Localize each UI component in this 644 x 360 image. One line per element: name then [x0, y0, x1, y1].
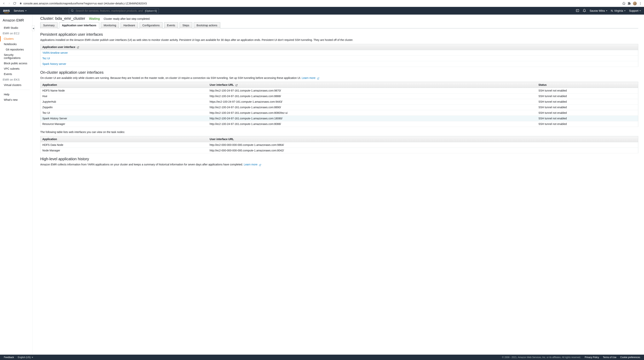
support-menu[interactable]: Support — [629, 9, 641, 12]
svg-point-1 — [640, 2, 641, 3]
service-title: Amazon EMR — [0, 19, 32, 25]
aws-logo[interactable]: aws — [3, 9, 10, 13]
sidebar-item[interactable]: What's new — [0, 97, 32, 102]
table-row: Tez UIhttp://ec2-100-24-97-161.compute-1… — [40, 110, 638, 116]
svg-marker-0 — [622, 2, 626, 5]
external-link-icon — [77, 46, 79, 48]
persistent-heading: Persistent application user interfaces — [40, 32, 638, 37]
sidebar-item[interactable]: EMR Studio — [0, 25, 32, 31]
sidebar-item[interactable]: Block public access — [0, 61, 32, 66]
svg-line-9 — [236, 84, 238, 86]
cell-app: HDFS Data Node — [40, 142, 208, 147]
account-menu[interactable]: Saurav Mitra — [590, 9, 607, 12]
sidebar-item[interactable]: Events — [0, 71, 32, 77]
notifications-icon[interactable] — [583, 9, 586, 13]
support-label: Support — [629, 9, 638, 12]
persistent-desc: Applications installed on the Amazon EMR… — [40, 38, 638, 42]
cell-app: Node Manager — [40, 147, 208, 153]
table-row: HDFS Data Nodehttp://ec2-000-000-000-000… — [40, 142, 638, 147]
table-row: YARN timeline server — [40, 50, 638, 56]
sidebar-section-label: EMR on EKS — [0, 77, 32, 82]
table-row: JupyterHubhttps://ec2-100-24-97-161.comp… — [40, 99, 638, 105]
cell-status: SSH tunnel not enabled — [536, 88, 638, 93]
history-heading: High-level application history — [40, 157, 638, 161]
browser-profile-avatar[interactable] — [633, 2, 637, 5]
cell-url: http://ec2-100-24-97-161.compute-1.amazo… — [208, 88, 536, 93]
tab[interactable]: Monitoring — [101, 22, 119, 28]
cell-app: Hue — [40, 93, 208, 99]
tab[interactable]: Hardware — [120, 22, 138, 28]
global-search-input[interactable] — [76, 9, 143, 12]
sidebar-item[interactable]: Clusters — [0, 36, 32, 42]
table-row: Zeppelinhttp://ec2-100-24-97-161.compute… — [40, 105, 638, 110]
oncluster-ui-table: Application User interface URL Status HD… — [40, 82, 638, 127]
tab-bar: SummaryApplication user interfacesMonito… — [40, 22, 638, 28]
table-row: Spark history server — [40, 61, 638, 67]
browser-url-bar[interactable]: console.aws.amazon.com/elasticmapreduce/… — [18, 1, 620, 6]
tab[interactable]: Summary — [40, 22, 58, 28]
table-row: Spark History Serverhttp://ec2-100-24-97… — [40, 116, 638, 121]
tasknodes-table: Application User interface URL HDFS Data… — [40, 136, 638, 153]
cell-status: SSH tunnel not enabled — [536, 110, 638, 116]
external-link-icon — [235, 84, 238, 86]
svg-line-8 — [318, 78, 319, 79]
tab[interactable]: Events — [164, 22, 178, 28]
cluster-header: Cluster: bda_emr_cluster Waiting Cluster… — [40, 16, 638, 22]
region-name: N. Virginia — [611, 9, 623, 12]
account-name: Saurav Mitra — [590, 9, 605, 12]
services-label: Services — [14, 9, 24, 12]
cell-status: SSH tunnel not enabled — [536, 116, 638, 121]
cell-status: SSH tunnel not enabled — [536, 99, 638, 105]
cluster-status: Waiting — [89, 17, 100, 21]
caret-down-icon — [624, 10, 626, 11]
svg-point-3 — [640, 4, 641, 5]
tab[interactable]: Bootstrap actions — [194, 22, 220, 28]
browser-back-button[interactable] — [2, 2, 6, 5]
cloudshell-icon[interactable] — [576, 9, 579, 13]
region-menu[interactable]: N. Virginia — [611, 9, 626, 12]
aws-top-nav: aws Services [Option+S] Saurav Mitra N. … — [0, 7, 644, 15]
tab[interactable]: Steps — [180, 22, 192, 28]
browser-reload-button[interactable] — [13, 2, 16, 5]
global-search[interactable]: [Option+S] — [69, 8, 159, 14]
sidebar-collapse-handle[interactable]: ◀ — [32, 25, 35, 31]
history-desc: Amazon EMR collects information from YAR… — [40, 163, 638, 166]
tab[interactable]: Application user interfaces — [59, 22, 99, 28]
sidebar-item[interactable]: VPC subnets — [0, 66, 32, 71]
star-icon[interactable] — [622, 2, 626, 5]
app-ui-link[interactable]: Spark history server — [42, 62, 66, 65]
sidebar-item[interactable]: Virtual clusters — [0, 82, 32, 88]
cell-status: SSH tunnel not enabled — [536, 121, 638, 127]
caret-down-icon — [640, 10, 641, 11]
learn-more-link[interactable]: Learn more — [244, 163, 261, 166]
app-ui-link[interactable]: Tez UI — [42, 57, 50, 60]
services-menu[interactable]: Services — [14, 9, 27, 12]
cell-app: HDFS Name Node — [40, 88, 208, 93]
sidebar-item[interactable]: Git repositories — [0, 47, 32, 52]
learn-more-link[interactable]: Learn more — [302, 76, 319, 79]
main-content: Cluster: bda_emr_cluster Waiting Cluster… — [32, 15, 644, 355]
search-shortcut: [Option+S] — [145, 10, 157, 12]
cell-url: http://ec2-100-24-97-161.compute-1.amazo… — [208, 116, 536, 121]
table-row: Resource Managerhttp://ec2-100-24-97-161… — [40, 121, 638, 127]
cell-status: SSH tunnel not enabled — [536, 93, 638, 99]
browser-menu-icon[interactable] — [639, 2, 642, 5]
sidebar-section-label: EMR on EC2 — [0, 31, 32, 36]
browser-chrome: console.aws.amazon.com/elasticmapreduce/… — [0, 0, 644, 7]
col-application: Application — [40, 82, 208, 88]
app-ui-link[interactable]: YARN timeline server — [42, 51, 68, 54]
cell-url: https://ec2-100-24-97-161.compute-1.amaz… — [208, 99, 536, 105]
caret-down-icon — [25, 10, 27, 11]
table-row: HDFS Name Nodehttp://ec2-100-24-97-161.c… — [40, 88, 638, 93]
oncluster-heading: On-cluster application user interfaces — [40, 70, 638, 75]
tab[interactable]: Configurations — [140, 22, 162, 28]
table-row: Huehttp://ec2-100-24-97-161.compute-1.am… — [40, 93, 638, 99]
col-status: Status — [536, 82, 638, 88]
sidebar-divider — [3, 90, 30, 90]
sidebar-item[interactable]: Security configurations — [0, 52, 32, 61]
external-link-icon — [259, 163, 261, 166]
sidebar-item[interactable]: Notebooks — [0, 42, 32, 47]
extensions-icon[interactable] — [628, 2, 631, 5]
cell-app: Zeppelin — [40, 105, 208, 110]
sidebar-item[interactable]: Help — [0, 92, 32, 97]
